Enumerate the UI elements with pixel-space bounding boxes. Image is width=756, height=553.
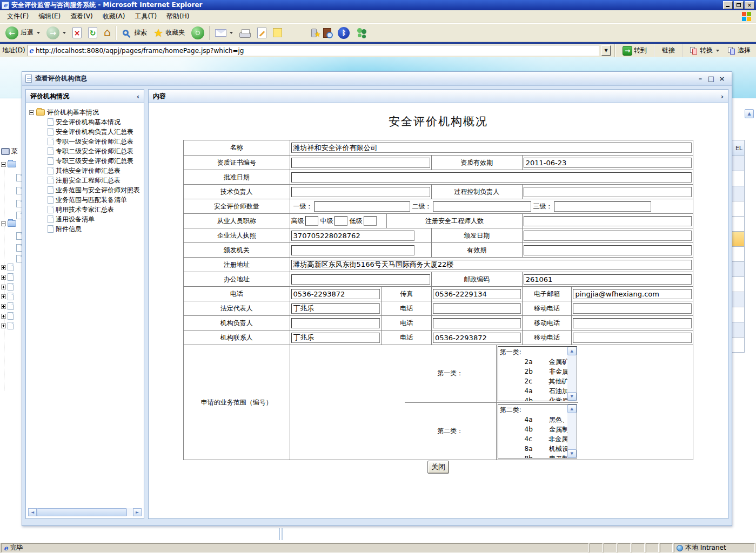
tree-item[interactable]: 安全评价机构基本情况 xyxy=(29,117,143,127)
tree-item-label[interactable]: 专职一级安全评价师汇总表 xyxy=(56,137,133,146)
tree-item[interactable]: 专职二级安全评价师汇总表 xyxy=(29,146,143,156)
go-button[interactable]: → 转到 xyxy=(619,46,650,56)
level2-count-input[interactable] xyxy=(433,201,531,212)
dialog-minimize-icon[interactable]: – xyxy=(695,75,706,83)
forward-dropdown-icon[interactable] xyxy=(63,32,66,34)
tree-root-label[interactable]: 评价机构基本情况 xyxy=(47,108,99,117)
research-button[interactable] xyxy=(320,25,334,41)
level1-count-input[interactable] xyxy=(314,201,410,212)
scrollbar-thumb[interactable] xyxy=(37,508,127,516)
level3-count-input[interactable] xyxy=(554,201,651,212)
legal-rep-input[interactable] xyxy=(291,304,380,314)
fax-input[interactable] xyxy=(433,289,521,299)
license-input[interactable] xyxy=(291,231,414,241)
tree-item[interactable]: 通用设备清单 xyxy=(29,214,143,224)
back-dropdown-icon[interactable] xyxy=(37,32,40,34)
process-head-input[interactable] xyxy=(524,187,692,197)
textarea-scrollbar[interactable]: ▲ ▼ xyxy=(567,347,577,401)
tree-item-label[interactable]: 其他安全评价师汇总表 xyxy=(56,166,121,176)
menu-edit[interactable]: 编辑(E) xyxy=(34,10,65,23)
refresh-button[interactable]: ↻ xyxy=(85,25,101,41)
print-button[interactable] xyxy=(236,25,254,41)
stop-button[interactable]: × xyxy=(69,25,85,41)
bluetooth-button[interactable]: ᛒ xyxy=(334,25,353,41)
tree-item-label[interactable]: 业务范围与匹配装备清单 xyxy=(56,195,127,205)
cert-valid-input[interactable] xyxy=(524,158,692,168)
scroll-down-icon[interactable]: ▼ xyxy=(567,449,577,458)
org-head-mobile-input[interactable] xyxy=(573,318,692,328)
scroll-up-icon[interactable]: ▲ xyxy=(567,404,577,413)
close-form-button[interactable]: 关闭 xyxy=(427,461,449,474)
convert-button[interactable]: 转换 xyxy=(687,43,722,59)
tree-item-label[interactable]: 专职三级安全评价师汇总表 xyxy=(56,157,133,166)
messenger-button[interactable] xyxy=(353,25,371,41)
back-button[interactable]: ← 后退 xyxy=(2,25,43,41)
category1-textarea[interactable] xyxy=(498,346,577,401)
notes-button[interactable] xyxy=(270,25,285,41)
phone-input[interactable] xyxy=(291,289,380,299)
address-url[interactable]: http://localhost:8080/aqpj/pages/frame/h… xyxy=(36,47,244,55)
junior-count-input[interactable] xyxy=(364,216,377,226)
tree-item[interactable]: 专职三级安全评价师汇总表 xyxy=(29,156,143,166)
mail-button[interactable] xyxy=(212,25,236,41)
org-head-phone-input[interactable] xyxy=(433,318,521,328)
edit-button[interactable] xyxy=(254,25,270,41)
approve-date-input[interactable] xyxy=(291,172,692,183)
sidebar-collapse-icon[interactable]: ‹ xyxy=(137,92,139,100)
reg-address-input[interactable] xyxy=(291,260,692,270)
issue-org-input[interactable] xyxy=(291,245,414,255)
mobile-favorites-button[interactable] xyxy=(308,25,320,41)
content-expand-icon[interactable]: › xyxy=(721,92,724,100)
tree-item-label[interactable]: 附件信息 xyxy=(56,225,82,234)
tree-collapse-icon[interactable] xyxy=(1,221,6,226)
org-contact-phone-input[interactable] xyxy=(433,333,521,343)
tree-item[interactable]: 安全评价机构负责人汇总表 xyxy=(29,127,143,137)
restore-button[interactable] xyxy=(734,1,744,9)
textarea-scrollbar[interactable]: ▲ ▼ xyxy=(567,404,577,458)
address-dropdown-button[interactable]: ▼ xyxy=(601,45,611,56)
frame-splitter[interactable] xyxy=(279,528,283,540)
select-button[interactable]: 选择 xyxy=(725,43,754,59)
menu-help[interactable]: 帮助(H) xyxy=(162,10,194,23)
tree-item[interactable]: 业务范围与安全评价师对照表 xyxy=(29,185,143,195)
menu-tools[interactable]: 工具(T) xyxy=(130,10,162,23)
menu-file[interactable]: 文件(F) xyxy=(2,10,34,23)
tree-item-label[interactable]: 专职二级安全评价师汇总表 xyxy=(56,147,133,156)
tree-item-label[interactable]: 安全评价机构负责人汇总表 xyxy=(56,127,133,137)
history-button[interactable] xyxy=(188,25,208,41)
org-head-input[interactable] xyxy=(291,318,380,328)
mail-dropdown-icon[interactable] xyxy=(230,32,233,34)
scroll-left-icon[interactable]: ◄ xyxy=(28,508,37,516)
tree-expand-icon[interactable] xyxy=(1,294,6,299)
menu-favorites[interactable]: 收藏(A) xyxy=(98,10,130,23)
tree-expand-icon[interactable] xyxy=(1,275,6,280)
tree-item[interactable]: 专职一级安全评价师汇总表 xyxy=(29,137,143,146)
tree-expand-icon[interactable] xyxy=(1,285,6,289)
tech-head-input[interactable] xyxy=(291,187,430,197)
scroll-down-icon[interactable]: ▼ xyxy=(567,392,577,401)
senior-count-input[interactable] xyxy=(305,216,318,226)
address-input[interactable]: e http://localhost:8080/aqpj/pages/frame… xyxy=(28,45,599,56)
issue-date-input[interactable] xyxy=(524,231,692,241)
tree-expand-icon[interactable] xyxy=(1,323,6,328)
tree-item-label[interactable]: 聘用技术专家汇总表 xyxy=(56,205,114,214)
tree-item-label[interactable]: 安全评价机构基本情况 xyxy=(56,118,121,127)
convert-dropdown-icon[interactable] xyxy=(716,50,719,52)
office-address-input[interactable] xyxy=(291,274,430,285)
tree-item[interactable]: 聘用技术专家汇总表 xyxy=(29,205,143,214)
postcode-input[interactable] xyxy=(524,274,692,285)
dialog-maximize-icon[interactable]: □ xyxy=(706,75,717,83)
scroll-right-icon[interactable]: ► xyxy=(133,508,142,516)
legal-rep-phone-input[interactable] xyxy=(433,304,521,314)
tree-root[interactable]: 评价机构基本情况 xyxy=(29,107,143,117)
tree-expand-icon[interactable] xyxy=(1,314,6,319)
scroll-up-icon[interactable]: ▲ xyxy=(745,109,754,118)
tree-item-label[interactable]: 业务范围与安全评价师对照表 xyxy=(56,186,140,195)
tree-expand-icon[interactable] xyxy=(1,304,6,309)
minimize-button[interactable] xyxy=(723,1,733,9)
org-contact-mobile-input[interactable] xyxy=(573,333,692,343)
tree-item-label[interactable]: 通用设备清单 xyxy=(56,215,95,224)
close-button[interactable]: × xyxy=(745,1,754,9)
dialog-titlebar[interactable]: 查看评价机构信息 – □ × xyxy=(22,72,732,86)
tree-item[interactable]: 注册安全工程师汇总表 xyxy=(29,176,143,185)
